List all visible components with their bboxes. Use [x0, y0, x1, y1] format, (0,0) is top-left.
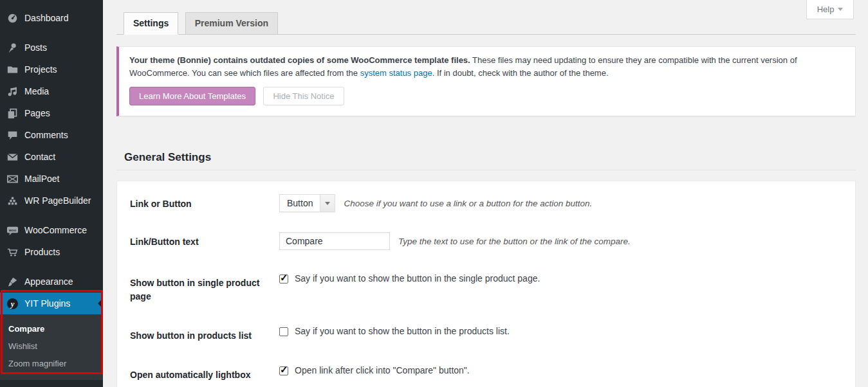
link-or-button-select[interactable]: Button — [279, 194, 335, 212]
brush-icon — [6, 275, 19, 288]
caret-down-icon — [838, 8, 843, 11]
checkmark-icon: ✓ — [280, 364, 288, 375]
sidebar-item-label: Comments — [24, 130, 68, 140]
sidebar-item-wr-pagebuilder[interactable]: WR PageBuilder — [0, 190, 103, 212]
field-control: Type the text to use for the button or t… — [279, 232, 631, 250]
link-button-text-input[interactable] — [279, 232, 390, 250]
woocommerce-template-notice: Your theme (Bonnie) contains outdated co… — [116, 46, 856, 116]
sidebar-item-pages[interactable]: Pages — [0, 102, 103, 124]
section-divider — [116, 170, 856, 170]
system-status-page-link[interactable]: system status page — [360, 68, 432, 78]
folder-icon — [6, 63, 19, 76]
yit-icon: y — [6, 297, 19, 310]
checkmark-icon: ✓ — [280, 272, 288, 284]
field-label: Open automatically lightbox — [130, 365, 266, 381]
help-dropdown[interactable]: Help — [806, 0, 854, 19]
show-button-list-checkbox[interactable]: ✓ — [279, 327, 288, 336]
form-row-show-button-list: Show button in products list ✓ Say if yo… — [130, 326, 842, 342]
media-icon — [6, 85, 19, 98]
sidebar-item-contact[interactable]: Contact — [0, 146, 103, 168]
field-description: Type the text to use for the button or t… — [398, 237, 631, 246]
svg-text:y: y — [9, 299, 14, 308]
hide-notice-button[interactable]: Hide This Notice — [263, 87, 344, 105]
notice-bold-text: Your theme (Bonnie) contains outdated co… — [129, 55, 470, 65]
section-title: General Settings — [116, 151, 856, 164]
woo-bubble-icon: woo — [6, 224, 19, 237]
pushpin-icon — [6, 41, 19, 54]
form-row-link-or-button: Link or Button Button Choose if you want… — [130, 194, 842, 212]
tab-settings[interactable]: Settings — [124, 12, 178, 35]
sidebar-item-label: MailPoet — [24, 174, 59, 184]
field-description: Open link after click into "Compare" but… — [295, 365, 470, 375]
sidebar-item-label: Posts — [24, 42, 47, 53]
blocks-icon — [6, 194, 19, 207]
help-label: Help — [817, 4, 835, 14]
select-value: Button — [280, 195, 320, 212]
field-control: ✓ Open link after click into "Compare" b… — [279, 365, 470, 375]
envelope-closed-icon — [6, 172, 19, 185]
learn-more-templates-button[interactable]: Learn More About Templates — [129, 87, 255, 105]
comment-bubble-icon — [6, 129, 19, 141]
submenu-item-zoom-magnifier[interactable]: Zoom magnifier — [0, 355, 103, 372]
field-label: Link or Button — [130, 194, 266, 210]
sidebar-item-comments[interactable]: Comments — [0, 124, 103, 146]
field-label: Show button in single product page — [130, 273, 266, 303]
svg-text:woo: woo — [8, 228, 16, 231]
form-row-open-lightbox: Open automatically lightbox ✓ Open link … — [130, 365, 842, 381]
form-row-show-button-single: Show button in single product page ✓ Say… — [130, 273, 842, 303]
sidebar-item-label: Contact — [24, 152, 55, 162]
sidebar-item-label: Products — [24, 247, 60, 257]
sidebar-item-dashboard[interactable]: Dashboard — [0, 7, 103, 29]
submenu-item-compare[interactable]: Compare — [0, 320, 103, 338]
field-description: Choose if you want to use a link or a bu… — [344, 199, 592, 208]
wordpress-admin-page: Dashboard Posts Projects Media Pages — [0, 0, 868, 387]
sidebar-item-label: YIT Plugins — [24, 298, 70, 309]
sidebar-item-label: Dashboard — [24, 13, 69, 23]
tab-premium-version[interactable]: Premium Version — [185, 12, 278, 35]
sidebar-item-media[interactable]: Media — [0, 80, 103, 102]
sidebar-item-label: WooCommerce — [24, 225, 87, 235]
sidebar-item-posts[interactable]: Posts — [0, 37, 103, 59]
field-description: Say if you want to show the button in th… — [295, 273, 540, 284]
field-control: ✓ Say if you want to show the button in … — [279, 326, 510, 336]
dashboard-icon — [6, 12, 19, 24]
submenu-item-wishlist[interactable]: Wishlist — [0, 338, 103, 355]
admin-sidebar: Dashboard Posts Projects Media Pages — [0, 0, 103, 387]
sidebar-item-mailpoet[interactable]: MailPoet — [0, 168, 103, 190]
nav-tab-wrapper: Settings Premium Version — [116, 12, 856, 35]
show-button-single-checkbox[interactable]: ✓ — [279, 274, 288, 284]
sidebar-item-yit-plugins[interactable]: y YIT Plugins — [0, 292, 103, 314]
field-label: Link/Button text — [130, 232, 266, 248]
sidebar-item-label: Pages — [24, 108, 50, 118]
field-label: Show button in products list — [130, 326, 266, 342]
general-settings-panel: Link or Button Button Choose if you want… — [116, 181, 856, 387]
sidebar-item-label: Media — [24, 86, 49, 96]
chevron-down-icon — [320, 195, 335, 212]
notice-buttons: Learn More About Templates Hide This Not… — [129, 87, 842, 105]
envelope-icon — [6, 150, 19, 163]
sidebar-item-label: Projects — [24, 64, 57, 75]
sidebar-item-products[interactable]: Products — [0, 241, 103, 263]
field-control: Button Choose if you want to use a link … — [279, 194, 592, 212]
admin-content: Help Settings Premium Version Your theme… — [103, 0, 868, 387]
current-menu-arrow-icon — [98, 298, 103, 309]
sidebar-item-projects[interactable]: Projects — [0, 59, 103, 80]
field-control: ✓ Say if you want to show the button in … — [279, 273, 540, 284]
open-lightbox-checkbox[interactable]: ✓ — [279, 366, 288, 375]
sidebar-item-label: WR PageBuilder — [24, 195, 91, 206]
sidebar-item-woocommerce[interactable]: woo WooCommerce — [0, 219, 103, 241]
notice-text: Your theme (Bonnie) contains outdated co… — [129, 54, 842, 80]
cart-icon — [6, 246, 19, 258]
sidebar-item-appearance[interactable]: Appearance — [0, 271, 103, 292]
sidebar-item-label: Appearance — [24, 276, 73, 287]
field-description: Say if you want to show the button in th… — [295, 326, 510, 336]
form-row-link-button-text: Link/Button text Type the text to use fo… — [130, 232, 842, 250]
yit-plugins-submenu: Compare Wishlist Zoom magnifier — [0, 314, 103, 380]
pages-icon — [6, 107, 19, 120]
